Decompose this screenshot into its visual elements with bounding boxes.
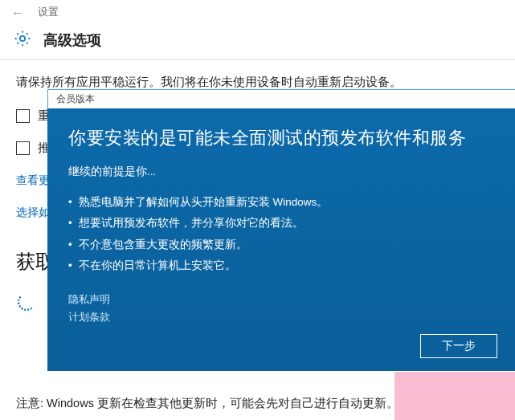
svg-point-0 xyxy=(20,36,25,41)
page-title: 高级选项 xyxy=(43,31,101,50)
next-button[interactable]: 下一步 xyxy=(420,334,497,358)
insider-dialog: 你要安装的是可能未全面测试的预发布软件和服务 继续的前提是你... 熟悉电脑并了… xyxy=(47,108,515,371)
page-header: 高级选项 xyxy=(0,24,515,59)
back-icon[interactable]: ← xyxy=(6,6,28,19)
checkbox-icon[interactable] xyxy=(16,141,30,155)
dialog-window-title: 会员版本 xyxy=(56,93,95,104)
window-titlebar: ← 设置 xyxy=(0,0,515,24)
dialog-links: 隐私声明 计划条款 xyxy=(68,291,494,326)
dialog-bullet: 想要试用预发布软件，并分享你对它的看法。 xyxy=(68,213,494,234)
dialog-subtitle: 继续的前提是你... xyxy=(68,165,494,179)
dialog-heading: 你要安装的是可能未全面测试的预发布软件和服务 xyxy=(68,126,494,150)
dialog-bullet: 不介意包含重大更改的频繁更新。 xyxy=(68,234,494,255)
privacy-link[interactable]: 隐私声明 xyxy=(68,293,110,305)
dialog-titlebar: 会员版本 xyxy=(47,89,515,108)
dialog-bullet: 不在你的日常计算机上安装它。 xyxy=(68,255,494,276)
redaction-patch xyxy=(394,372,515,420)
app-name: 设置 xyxy=(38,5,59,19)
loading-spinner-icon xyxy=(18,293,35,311)
gear-icon xyxy=(13,29,32,51)
checkbox-icon[interactable] xyxy=(16,109,30,123)
dialog-bullet: 熟悉电脑并了解如何从头开始重新安装 Windows。 xyxy=(68,192,494,213)
dialog-bullets: 熟悉电脑并了解如何从头开始重新安装 Windows。 想要试用预发布软件，并分享… xyxy=(68,192,494,276)
terms-link[interactable]: 计划条款 xyxy=(68,311,110,323)
